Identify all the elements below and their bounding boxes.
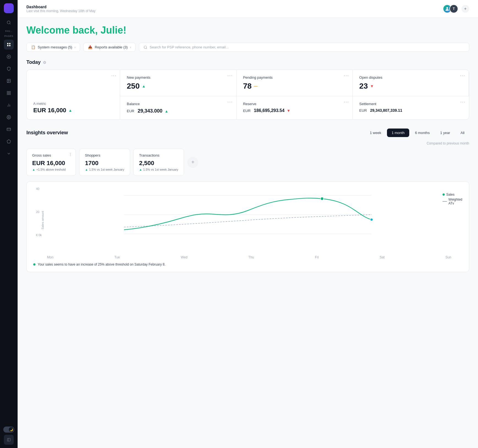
kpi-value-shoppers: 1700: [85, 160, 124, 167]
kpi-value-gross-sales: EUR 16,000: [32, 160, 70, 167]
sidebar-item-analytics[interactable]: [4, 52, 14, 62]
chart-x-labels: Mon Tue Wed Thu Fri Sat Sun: [33, 253, 462, 259]
sales-line: [124, 198, 372, 230]
tab-all[interactable]: All: [456, 129, 469, 137]
metric-label-open-disputes: Open disputes: [359, 75, 462, 80]
metric-more-new-payments[interactable]: ···: [227, 73, 233, 78]
reports-button[interactable]: 📥 Reports available (3) ›: [83, 43, 136, 52]
system-messages-button[interactable]: 📋 System messages (5) ›: [26, 43, 80, 52]
add-kpi-button[interactable]: +: [187, 157, 198, 168]
metric-label-a-metric: A metric: [33, 102, 113, 106]
metric-label-balance: Balance: [127, 102, 230, 106]
tab-6months[interactable]: 6 months: [410, 129, 434, 137]
metric-card-settlement: ··· Settlement EUR 29,343,807,339.11: [353, 96, 469, 119]
metric-trend-new-payments: ▲: [142, 84, 146, 88]
x-label-fri: Fri: [315, 255, 319, 259]
chart-area: Sales amount 40 20 € 0k: [33, 187, 462, 253]
theme-toggle-knob: 🌙: [9, 427, 14, 432]
x-label-thu: Thu: [248, 255, 254, 259]
sidebar-item-more[interactable]: [4, 149, 14, 159]
metric-more-settlement[interactable]: ···: [460, 100, 466, 105]
legend-line-weighted-atv: [443, 201, 447, 202]
metric-more-open-disputes[interactable]: ···: [460, 73, 465, 78]
metric-value-settlement: EUR 29,343,807,339.11: [359, 108, 462, 113]
x-label-wed: Wed: [181, 255, 187, 259]
metric-value-balance: EUR 29,343.000 ▲: [127, 108, 230, 114]
sales-chart-container: Sales amount 40 20 € 0k: [26, 181, 469, 272]
metric-card-reserve: ··· Reserve EUR 186,695,293.54 ▼: [237, 96, 353, 119]
system-messages-arrow-icon: ›: [75, 46, 76, 49]
sidebar-collapse-button[interactable]: [4, 435, 14, 445]
legend-weighted-atv: WeightedATv: [443, 198, 462, 205]
metric-value-pending-payments: 78 —: [243, 82, 346, 91]
metric-label-new-payments: New payments: [127, 75, 230, 80]
sidebar-item-card[interactable]: [4, 124, 14, 134]
svg-rect-3: [7, 45, 9, 46]
global-search-bar[interactable]: Search for PSP reference, phone number, …: [139, 43, 469, 52]
metric-label-settlement: Settlement: [359, 102, 462, 106]
today-settings-icon[interactable]: ⚙: [43, 60, 46, 65]
x-label-sun: Sun: [446, 255, 451, 259]
metric-trend-balance: ▲: [165, 109, 169, 113]
metric-more-pending-payments[interactable]: ···: [344, 73, 349, 78]
metrics-grid: ··· A metric EUR 16,000 ▲ ··· New paymen…: [26, 70, 469, 120]
metric-value-new-payments: 250 ▲: [127, 82, 230, 91]
svg-rect-4: [9, 45, 10, 46]
sidebar-item-dashboard[interactable]: [4, 40, 14, 50]
sidebar-item-diamond[interactable]: [4, 136, 14, 146]
kpi-gross-sales: ⋮ Gross sales EUR 16,000 ▲ +1.5% above t…: [26, 149, 76, 176]
svg-point-16: [8, 117, 9, 118]
metric-trend-open-disputes: ▼: [370, 84, 374, 88]
header-right: T +: [443, 4, 469, 13]
sidebar-item-shield[interactable]: [4, 64, 14, 74]
sidebar-item-search[interactable]: [4, 18, 14, 28]
tab-1month[interactable]: 1 month: [387, 129, 409, 137]
kpi-more-gross-sales[interactable]: ⋮: [68, 152, 72, 157]
svg-rect-11: [7, 93, 9, 95]
last-visit-subtitle: Last visit this morning, Wednesday 18th …: [26, 9, 95, 13]
metric-card-balance: ··· Balance EUR 29,343.000 ▲: [120, 96, 237, 119]
metric-more-reserve[interactable]: ···: [344, 100, 349, 105]
metric-more-a-metric[interactable]: ···: [111, 73, 117, 78]
tab-1year[interactable]: 1 year: [435, 129, 455, 137]
sidebar-item-media[interactable]: [4, 76, 14, 86]
chart-y-ticks: 40 20 € 0k: [36, 187, 42, 237]
sidebar: FAV... PAGES 🌙: [0, 0, 18, 448]
sidebar-item-settings[interactable]: [4, 112, 14, 122]
metric-card-open-disputes: ··· Open disputes 23 ▼: [353, 70, 469, 96]
period-tabs: 1 week 1 month 6 months 1 year All: [365, 129, 469, 137]
content-area: Welcome back, Julie! 📋 System messages (…: [18, 18, 478, 279]
kpi-row: ⋮ Gross sales EUR 16,000 ▲ +1.5% above t…: [26, 149, 469, 176]
svg-rect-10: [9, 91, 10, 93]
metric-value-open-disputes: 23 ▼: [359, 82, 462, 91]
insights-title: Insights overview: [26, 130, 68, 136]
sidebar-pages-section: PAGES: [4, 35, 13, 37]
theme-toggle[interactable]: 🌙: [3, 427, 14, 433]
tab-1week[interactable]: 1 week: [365, 129, 386, 137]
svg-point-5: [7, 55, 10, 58]
svg-rect-1: [7, 43, 9, 44]
kpi-sub-shoppers: ▲ 1.5% vs 1st week January: [85, 168, 124, 171]
svg-point-6: [8, 56, 9, 57]
svg-point-0: [7, 21, 10, 24]
legend-label-weighted-atv: WeightedATv: [449, 198, 462, 205]
add-user-button[interactable]: +: [461, 5, 469, 13]
metric-trend-pending-payments: —: [254, 84, 258, 88]
page-title: Dashboard: [26, 5, 95, 9]
svg-rect-17: [7, 128, 10, 130]
sidebar-logo[interactable]: [4, 3, 14, 13]
kpi-sub-transactions: ▲ 1.5% vs 1st week January: [139, 168, 178, 171]
search-placeholder-text: Search for PSP reference, phone number, …: [150, 45, 229, 49]
kpi-label-gross-sales: Gross sales: [32, 153, 70, 157]
svg-point-8: [8, 80, 9, 81]
kpi-label-transactions: Transactions: [139, 153, 178, 157]
sidebar-item-chart[interactable]: [4, 100, 14, 110]
metric-value-reserve: EUR 186,695,293.54 ▼: [243, 108, 346, 113]
chart-end-dot: [370, 218, 373, 221]
reports-icon: 📥: [88, 45, 92, 49]
main-content: Dashboard Last visit this morning, Wedne…: [18, 0, 478, 448]
sidebar-item-grid[interactable]: [4, 88, 14, 98]
metric-more-balance[interactable]: ···: [227, 100, 233, 105]
metric-value-a-metric: EUR 16,000 ▲: [33, 107, 113, 114]
x-label-sat: Sat: [380, 255, 384, 259]
